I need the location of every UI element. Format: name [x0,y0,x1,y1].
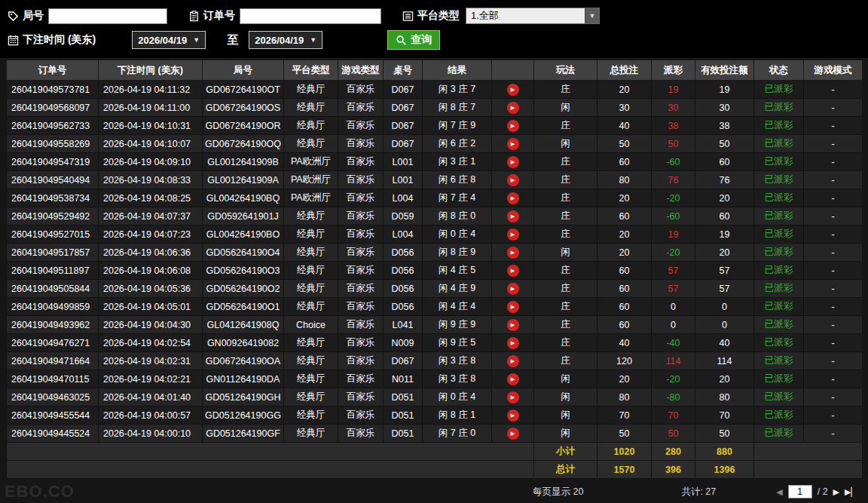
total-count-label: 共计: 27 [681,486,716,498]
game-no-input[interactable] [48,8,167,24]
cell-bet-time: 2026-04-19 04:02:31 [99,352,203,370]
page-size-control[interactable]: 每页显示 20 [533,486,583,498]
play-video-button[interactable]: ▶ [507,337,519,349]
header-table-no: 桌号 [384,60,423,81]
cell-order-no: 260419049529492 [7,207,99,225]
cell-table-no: D051 [384,425,423,443]
cell-table-no: N009 [384,334,423,352]
cell-game-mode: - [804,388,863,406]
cell-result: 闲 8 庄 0 [423,207,492,225]
play-video-button[interactable]: ▶ [507,409,519,422]
header-play-type: 玩法 [534,60,598,81]
cell-table-no: L004 [384,225,423,244]
summary-payout: 396 [652,461,695,479]
cell-game-no: GL0012641909B [203,153,284,171]
cell-status: 已派彩 [754,135,804,153]
date-to-select[interactable]: 2026/04/19 ▼ [249,31,322,49]
chevron-down-icon[interactable]: ▼ [585,8,599,23]
play-video-button[interactable]: ▶ [507,228,519,241]
header-total-bet: 总投注 [598,60,652,81]
cell-result: 闲 0 庄 4 [423,388,492,406]
cell-status: 已派彩 [754,189,804,207]
calendar-icon [8,35,19,46]
cell-game-type: 百家乐 [338,316,384,334]
date-from-select[interactable]: 2026/04/19 ▼ [132,31,206,49]
filter-bar: 局号 订单号 平台类型 1.全部 ▼ 下注时间 (美东) 2026/04/19 … [0,0,868,58]
cell-replay: ▶ [492,244,534,262]
cell-valid-bet: 40 [695,334,754,352]
platform-type-label: 平台类型 [417,9,460,23]
cell-platform-type: 经典厅 [284,207,338,225]
cell-play-type: 庄 [534,352,598,370]
cell-replay: ▶ [492,135,534,153]
next-page-button[interactable]: ▶ [833,487,839,497]
cell-platform-type: PA欧洲厅 [284,189,338,207]
play-video-button[interactable]: ▶ [507,192,519,204]
play-video-button[interactable]: ▶ [507,138,519,150]
cell-game-type: 百家乐 [338,117,384,135]
cell-bet-time: 2026-04-19 04:00:57 [99,406,203,425]
cell-bet-time: 2026-04-19 04:11:32 [99,81,203,99]
play-video-button[interactable]: ▶ [507,265,519,277]
play-video-button[interactable]: ▶ [507,210,519,222]
prev-page-button[interactable]: ◀ [776,487,782,497]
cell-replay: ▶ [492,81,534,99]
cell-result: 闲 3 庄 7 [423,81,492,99]
play-video-button[interactable]: ▶ [507,84,519,96]
cell-status: 已派彩 [754,207,804,225]
chevron-down-icon: ▼ [310,36,316,44]
cell-status: 已派彩 [754,370,804,388]
cell-game-type: 百家乐 [338,244,384,262]
play-video-button[interactable]: ▶ [507,373,519,385]
cell-game-no: GD051264190GH [203,388,284,406]
play-video-button[interactable]: ▶ [507,428,519,440]
play-video-button[interactable]: ▶ [507,247,519,259]
play-video-button[interactable]: ▶ [507,301,519,313]
cell-payout: -80 [652,388,695,406]
header-status: 状态 [754,60,804,81]
play-video-button[interactable]: ▶ [507,120,519,132]
header-order-no: 订单号 [7,60,99,81]
cell-game-type: 百家乐 [338,81,384,99]
cell-play-type: 庄 [534,171,598,189]
header-game-no: 局号 [203,60,284,81]
search-button-label: 查询 [411,33,432,47]
page-input[interactable] [788,485,812,498]
table-row: 2604190495294922026-04-19 04:07:37GD0592… [7,207,863,225]
cell-payout: -20 [652,244,695,262]
cell-game-mode: - [804,298,863,316]
cell-payout: 50 [652,135,695,153]
cell-platform-type: 经典厅 [284,135,338,153]
play-video-button[interactable]: ▶ [507,283,519,295]
play-video-button[interactable]: ▶ [507,174,519,186]
cell-payout: 0 [652,298,695,316]
cell-status: 已派彩 [754,225,804,244]
play-video-button[interactable]: ▶ [507,156,519,168]
cell-platform-type: PA欧洲厅 [284,171,338,189]
play-video-button[interactable]: ▶ [507,391,519,403]
cell-bet-time: 2026-04-19 04:06:36 [99,244,203,262]
cell-total-bet: 60 [598,298,652,316]
cell-replay: ▶ [492,153,534,171]
cell-order-no: 260419049470115 [7,370,99,388]
last-page-button[interactable]: ▶▏ [845,487,857,497]
cell-order-no: 260419049471664 [7,352,99,370]
cell-bet-time: 2026-04-19 04:02:21 [99,370,203,388]
play-video-button[interactable]: ▶ [507,102,519,114]
play-video-button[interactable]: ▶ [507,355,519,367]
table-row: 2604190494555442026-04-19 04:00:57GD0512… [7,406,863,425]
cell-play-type: 闲 [534,425,598,443]
cell-valid-bet: 70 [695,406,754,425]
cell-game-mode: - [804,244,863,262]
cell-status: 已派彩 [754,280,804,298]
cell-platform-type: 经典厅 [284,99,338,117]
search-button[interactable]: 查询 [387,30,440,50]
cell-bet-time: 2026-04-19 04:08:25 [99,189,203,207]
cell-game-no: GD051264190GG [203,406,284,425]
cell-bet-time: 2026-04-19 04:09:10 [99,153,203,171]
cell-status: 已派彩 [754,298,804,316]
platform-type-select[interactable]: 1.全部 ▼ [466,8,600,24]
play-video-button[interactable]: ▶ [507,319,519,331]
header-bet-time: 下注时间 (美东) [99,60,203,81]
order-no-input[interactable] [240,8,381,24]
